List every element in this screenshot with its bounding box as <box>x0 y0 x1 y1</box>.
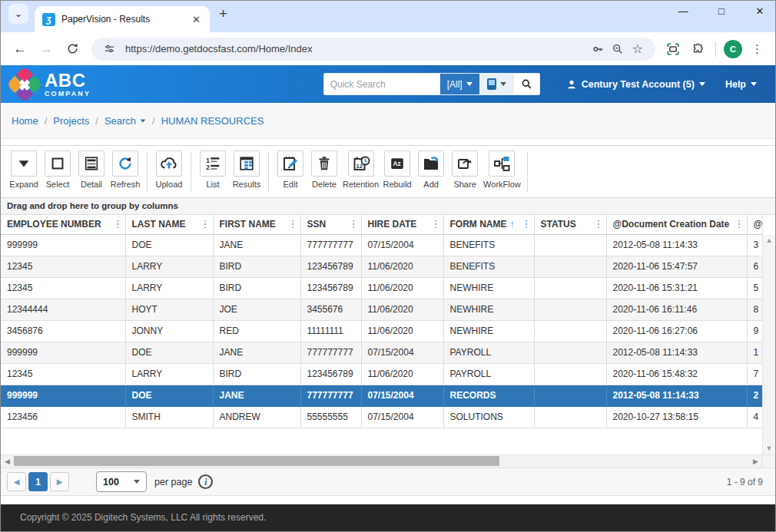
table-cell[interactable]: JANE <box>213 385 300 406</box>
bookmark-star-icon[interactable]: ☆ <box>628 39 648 59</box>
column-header-form-name[interactable]: FORM NAME↑⋮ <box>443 215 534 234</box>
maximize-button[interactable]: □ <box>714 5 729 17</box>
account-menu[interactable]: Century Test Account (5) <box>566 79 705 90</box>
column-menu-icon[interactable]: ⋮ <box>431 218 441 230</box>
scrollbar-thumb[interactable] <box>14 456 499 466</box>
table-cell[interactable]: PAYROLL <box>443 342 534 363</box>
select-button[interactable]: Select <box>41 150 75 189</box>
column-header-status[interactable]: STATUS⋮ <box>534 215 606 234</box>
table-cell[interactable]: 12345 <box>1 256 125 277</box>
extensions-puzzle-icon[interactable] <box>688 39 708 59</box>
table-cell[interactable]: 07/15/2004 <box>361 234 443 256</box>
browser-tab[interactable]: ʒ PaperVision - Results ✕ <box>35 6 210 32</box>
column-header-last-name[interactable]: LAST NAME⋮ <box>125 215 213 234</box>
table-cell[interactable]: 3 <box>747 234 762 256</box>
table-cell[interactable] <box>534 299 606 320</box>
table-cell[interactable]: SOLUTIONS <box>443 406 534 428</box>
help-menu[interactable]: Help <box>725 79 757 90</box>
table-cell[interactable]: 123456789 <box>300 277 361 299</box>
tab-search-button[interactable]: ⌄ <box>8 4 28 24</box>
table-row[interactable]: 3456876JONNYRED1111111111/06/2020NEWHIRE… <box>1 320 762 342</box>
vertical-scrollbar[interactable]: ▲ ▼ <box>762 235 775 454</box>
table-cell[interactable]: 07/15/2004 <box>361 342 443 363</box>
breadcrumb-home[interactable]: Home <box>12 115 38 127</box>
back-button[interactable]: ← <box>8 38 32 61</box>
table-cell[interactable] <box>534 234 606 256</box>
table-cell[interactable]: 12345 <box>1 277 125 299</box>
table-cell[interactable]: 123456 <box>1 406 125 428</box>
table-cell[interactable]: JOE <box>213 299 300 320</box>
abc-company-logo[interactable]: ABC COMPANY <box>12 71 91 97</box>
retention-button[interactable]: 12 Retention <box>341 150 380 189</box>
share-button[interactable]: Share <box>448 150 482 189</box>
list-button[interactable]: 12 List <box>196 150 230 189</box>
table-cell[interactable]: ANDREW <box>213 406 300 428</box>
column-header-ssn[interactable]: SSN⋮ <box>300 215 361 234</box>
table-cell[interactable]: JANE <box>213 342 300 363</box>
table-cell[interactable]: LARRY <box>125 256 213 277</box>
search-button[interactable] <box>513 74 539 94</box>
group-by-drop-zone[interactable]: Drag and drop here to group by columns <box>1 198 775 215</box>
table-cell[interactable]: 9 <box>747 320 762 342</box>
new-tab-button[interactable]: + <box>219 5 227 22</box>
close-button[interactable]: ✕ <box>752 5 768 17</box>
table-cell[interactable]: 2012-05-08 11:14:33 <box>606 385 747 406</box>
table-cell[interactable]: 1 <box>747 342 762 363</box>
table-cell[interactable]: 2020-11-06 16:11:46 <box>606 299 747 320</box>
table-cell[interactable]: RED <box>213 320 300 342</box>
column-header-[interactable]: @ <box>747 215 762 234</box>
table-cell[interactable]: DOE <box>125 385 213 406</box>
horizontal-scrollbar[interactable]: ◀ ▶ <box>1 454 775 468</box>
table-cell[interactable] <box>534 406 606 428</box>
table-cell[interactable]: BIRD <box>213 277 300 299</box>
table-cell[interactable]: 11/06/2020 <box>361 363 443 385</box>
column-menu-icon[interactable]: ⋮ <box>349 218 359 230</box>
breadcrumb-human-resources[interactable]: HUMAN RESOURCES <box>161 115 264 127</box>
column-menu-icon[interactable]: ⋮ <box>288 218 298 230</box>
scroll-down-icon[interactable]: ▼ <box>766 445 773 452</box>
column-menu-icon[interactable]: ⋮ <box>735 218 744 230</box>
table-cell[interactable] <box>534 385 606 406</box>
browser-menu-icon[interactable]: ⋮ <box>747 42 768 56</box>
column-header-employee-number[interactable]: EMPLOYEE NUMBER⋮ <box>1 215 125 234</box>
table-cell[interactable]: 4 <box>747 406 762 428</box>
table-cell[interactable]: 2020-11-06 15:48:32 <box>606 363 747 385</box>
reload-button[interactable] <box>61 38 84 61</box>
table-cell[interactable]: 11111111 <box>300 320 361 342</box>
minimize-button[interactable]: — <box>675 5 691 17</box>
table-cell[interactable]: 777777777 <box>300 234 361 256</box>
column-menu-icon[interactable]: ⋮ <box>522 218 532 230</box>
scrollbar-track[interactable] <box>14 455 749 468</box>
table-cell[interactable]: 2020-11-06 15:47:57 <box>606 256 747 277</box>
column-menu-icon[interactable]: ⋮ <box>594 218 604 230</box>
column-menu-icon[interactable]: ⋮ <box>113 218 123 230</box>
table-cell[interactable]: RECORDS <box>443 385 534 406</box>
table-cell[interactable]: LARRY <box>125 277 213 299</box>
table-cell[interactable]: BENEFITS <box>443 256 534 277</box>
table-cell[interactable]: NEWHIRE <box>443 299 534 320</box>
quick-search-input[interactable] <box>324 74 439 94</box>
table-row[interactable]: 999999DOEJANE77777777707/15/2004BENEFITS… <box>1 234 762 256</box>
column-header-first-name[interactable]: FIRST NAME⋮ <box>213 215 300 234</box>
table-cell[interactable]: JONNY <box>125 320 213 342</box>
upload-button[interactable]: Upload <box>152 150 186 189</box>
table-cell[interactable] <box>534 342 606 363</box>
table-row[interactable]: 123456SMITHANDREW5555555507/15/2004SOLUT… <box>1 406 762 428</box>
table-cell[interactable]: 5 <box>747 277 762 299</box>
search-mode-dropdown[interactable] <box>479 74 513 94</box>
scroll-right-icon[interactable]: ▶ <box>749 455 762 468</box>
table-cell[interactable]: 11/06/2020 <box>361 320 443 342</box>
table-cell[interactable] <box>534 256 606 277</box>
add-button[interactable]: Add <box>414 150 448 189</box>
url-text[interactable]: https://demo.getdocsfast.com/Home/Index <box>125 43 588 55</box>
results-button[interactable]: Results <box>230 150 264 189</box>
table-cell[interactable]: 3456876 <box>1 320 125 342</box>
info-icon[interactable]: i <box>198 474 213 489</box>
table-cell[interactable]: 11/06/2020 <box>361 299 443 320</box>
table-cell[interactable]: 123456789 <box>300 256 361 277</box>
table-cell[interactable]: 07/15/2004 <box>361 385 443 406</box>
table-row[interactable]: 999999DOEJANE77777777707/15/2004PAYROLL2… <box>1 342 762 363</box>
table-cell[interactable]: 11/06/2020 <box>361 256 443 277</box>
site-settings-icon[interactable] <box>99 39 119 59</box>
table-cell[interactable]: 999999 <box>1 342 125 363</box>
